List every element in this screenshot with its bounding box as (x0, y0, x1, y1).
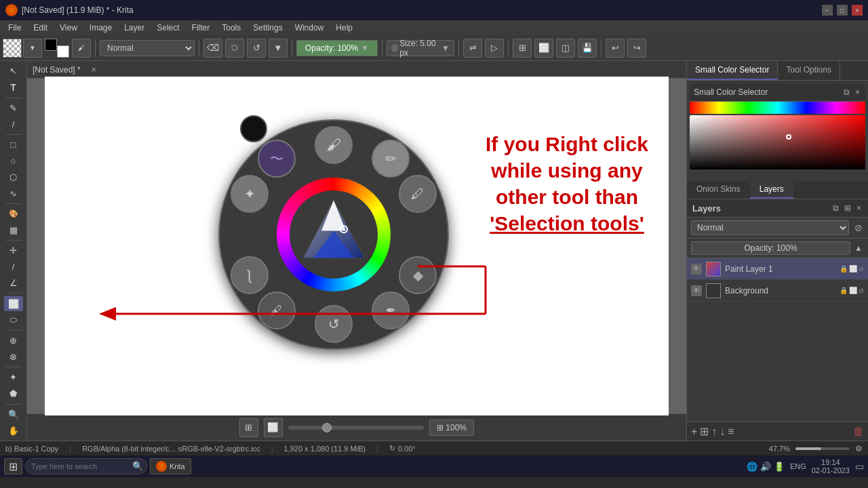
zoom-settings-button[interactable]: ⚙ (855, 444, 863, 453)
bezier-tool[interactable]: ∿ (4, 186, 23, 201)
layer-filter-paint1[interactable]: ⊘ (859, 265, 864, 272)
tab-small-color-selector[interactable]: Small Color Selector (687, 61, 778, 80)
canvas-content[interactable]: 🖌 ✏ 🖊 ◆ (27, 79, 686, 413)
layer-row-background[interactable]: 👁 Background 🔒 ⬜ ⊘ (687, 280, 868, 302)
taskbar-krita-app[interactable]: Krita (150, 458, 191, 474)
brush-icon-topright[interactable]: ✏ (372, 140, 410, 178)
show-desktop-button[interactable]: ▭ (855, 461, 864, 472)
layer-properties[interactable]: ≡ (728, 426, 734, 438)
line-tool[interactable]: / (4, 117, 23, 131)
layers-close[interactable]: × (855, 202, 863, 214)
brush-icon-topleft[interactable]: 〜 (258, 140, 296, 178)
layers-blend-select[interactable]: Normal (691, 220, 849, 235)
text-tool[interactable]: T (4, 80, 23, 95)
soft-proof-button[interactable]: ⬜ (534, 39, 553, 58)
zoom-slider[interactable] (288, 426, 424, 430)
menu-settings[interactable]: Settings (248, 22, 288, 34)
angle-tool[interactable]: ∠ (4, 276, 23, 291)
opacity-arrow[interactable]: ▼ (361, 43, 369, 53)
ellipse-select-tool[interactable]: ⬭ (4, 312, 23, 327)
color-picker-thumb[interactable] (786, 134, 791, 140)
polygonal-select-tool[interactable]: ⬟ (4, 386, 23, 401)
layers-detach[interactable]: ⊞ (843, 202, 852, 214)
menu-file[interactable]: File (3, 22, 26, 34)
layer-alpha-paint1[interactable]: ⬜ (849, 265, 857, 272)
brush-icon-leftdown[interactable]: ∫ (231, 256, 269, 294)
contiguous-select-tool[interactable]: ⊕ (4, 333, 23, 348)
zoom-full-button[interactable]: ⬜ (264, 418, 283, 437)
move-layer-down[interactable]: ↓ (719, 426, 725, 438)
zoom-thumb[interactable] (322, 423, 332, 432)
layer-visibility-background[interactable]: 👁 (691, 285, 702, 296)
gamut-button[interactable]: ◫ (556, 39, 575, 58)
eraser-button[interactable]: ⌫ (203, 39, 222, 58)
fit-page-button[interactable]: ⊞ (239, 418, 258, 437)
copy-layer-button[interactable]: ⊞ (700, 425, 709, 438)
brush-wheel-popup[interactable]: 🖌 ✏ 🖊 ◆ (218, 119, 449, 350)
layer-lock-paint1[interactable]: 🔒 (840, 265, 848, 272)
saturation-value-area[interactable] (690, 115, 865, 169)
menu-filter[interactable]: Filter (186, 22, 216, 34)
menu-layer[interactable]: Layer (119, 22, 150, 34)
canvas-tab-close[interactable]: × (92, 65, 96, 75)
mirror-v-button[interactable]: ▷ (485, 39, 504, 58)
brush-icon-rightup[interactable]: 🖊 (399, 175, 437, 213)
tab-layers[interactable]: Layers (750, 181, 793, 199)
delete-layer-button[interactable]: 🗑 (853, 426, 864, 438)
menu-image[interactable]: Image (84, 22, 117, 34)
menu-select[interactable]: Select (151, 22, 184, 34)
gradient-tool[interactable]: ▦ (4, 223, 23, 238)
tab-onion-skins[interactable]: Onion Skins (687, 181, 750, 199)
close-button[interactable]: × (852, 5, 863, 16)
minimize-button[interactable]: − (822, 5, 833, 16)
mirror-h-button[interactable]: ⇌ (463, 39, 482, 58)
save-incremental-button[interactable]: 💾 (578, 39, 597, 58)
layer-lock-background[interactable]: 🔒 (840, 287, 848, 294)
undo-button[interactable]: ↩ (606, 39, 625, 58)
color-selector-close[interactable]: × (854, 86, 861, 98)
resource-manager-button[interactable]: 🖌 (72, 39, 91, 58)
brush-icon-leftup[interactable]: ✦ (231, 175, 269, 213)
brush-icon-bottom[interactable]: ↺ (315, 305, 353, 343)
refresh-arrow[interactable]: ▼ (269, 39, 288, 58)
blend-mode-select[interactable]: Normal (100, 40, 195, 56)
brush-icon-bottomright[interactable]: ✒ (372, 291, 410, 329)
layers-float[interactable]: ⧉ (831, 202, 840, 214)
transform-tool[interactable]: ↖ (4, 64, 23, 79)
freehand-select-tool[interactable]: ✦ (4, 370, 23, 385)
polygon-tool[interactable]: ⬡ (4, 169, 23, 184)
color-selector-float[interactable]: ⧉ (842, 86, 851, 98)
layer-row-paint1[interactable]: 👁 Paint Layer 1 🔒 ⬜ ⊘ (687, 258, 868, 280)
zoom-tool[interactable]: 🔍 (4, 407, 23, 422)
layers-opacity-up[interactable]: ▲ (853, 242, 864, 254)
layer-alpha-background[interactable]: ⬜ (849, 287, 857, 294)
brush-icon-bottomleft[interactable]: 🖋 (258, 291, 296, 329)
refresh-button[interactable]: ↺ (247, 39, 266, 58)
layer-filter-background[interactable]: ⊘ (859, 287, 864, 294)
rect-select-tool[interactable]: ⬜ (4, 296, 23, 311)
taskbar-search-input[interactable] (25, 458, 147, 474)
brush-icon-rightdown[interactable]: ◆ (399, 256, 437, 294)
move-layer-up[interactable]: ↑ (711, 426, 717, 438)
layer-visibility-paint1[interactable]: 👁 (691, 264, 702, 274)
windows-start-button[interactable]: ⊞ (4, 458, 22, 474)
menu-help[interactable]: Help (330, 22, 358, 34)
size-arrow[interactable]: ▼ (441, 43, 450, 53)
menu-edit[interactable]: Edit (28, 22, 53, 34)
move-tool[interactable]: ✛ (4, 243, 23, 258)
hue-bar[interactable] (690, 102, 865, 114)
menu-window[interactable]: Window (290, 22, 330, 34)
brush-icon-top[interactable]: 🖌 (315, 126, 353, 164)
redo-button[interactable]: ↪ (627, 39, 646, 58)
menu-tools[interactable]: Tools (216, 22, 246, 34)
colorize-tool[interactable]: 🎨 (4, 207, 23, 222)
rect-tool[interactable]: □ (4, 138, 23, 152)
alpha-lock-button[interactable]: ⬡ (225, 39, 244, 58)
tab-tool-options[interactable]: Tool Options (778, 61, 840, 80)
freehand-tool[interactable]: ✎ (4, 100, 23, 115)
zoom-percent[interactable]: ⊞ 100% (429, 420, 474, 436)
similar-select-tool[interactable]: ⊗ (4, 349, 23, 364)
wrap-button[interactable]: ⊞ (513, 39, 532, 58)
menu-view[interactable]: View (54, 22, 83, 34)
maximize-button[interactable]: □ (837, 5, 848, 16)
